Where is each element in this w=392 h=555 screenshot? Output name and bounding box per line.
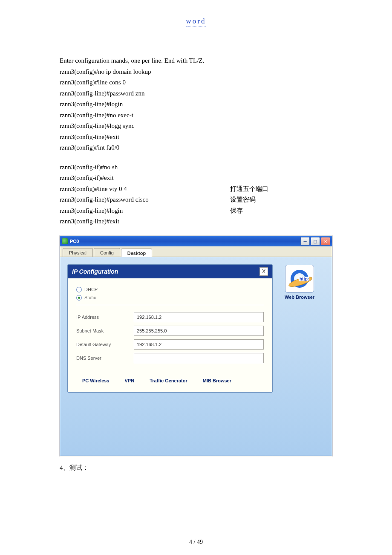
ie-icon: http: [290,269,309,289]
cli-line: rznn3(config-line)#login [60,99,332,110]
ip-address-label: IP Address [76,315,134,320]
dns-server-input[interactable] [134,353,264,363]
default-gateway-label: Default Gateway [76,342,134,347]
cli-line: rznn3(config)#line cons 0 [60,77,332,88]
cli-line: rznn3(config-if)#exit [60,173,332,184]
cli-line: rznn3(config-line)#exit [60,216,332,227]
static-radio-row[interactable]: Static [76,295,264,301]
cli-line: rznn3(config-line)#login [60,205,230,217]
static-label: Static [84,295,96,300]
cli-line: rznn3(config)#line vty 0 4 [60,184,230,195]
ip-configuration-panel: IP Configuration X DHCP Static [68,265,272,392]
subnet-mask-label: Subnet Mask [76,328,134,333]
vpn-button[interactable]: VPN [125,378,135,384]
minimize-button[interactable]: – [300,237,310,246]
dhcp-radio-row[interactable]: DHCP [76,287,264,292]
mib-browser-button[interactable]: MIB Browser [203,378,231,384]
ip-address-input[interactable] [134,312,264,322]
web-browser-icon[interactable]: http: [285,265,314,293]
section-4-heading: 4、测试： [60,464,332,472]
dhcp-radio[interactable] [76,287,82,292]
window-title: PC0 [70,239,300,244]
web-browser-label: Web Browser [285,295,314,300]
http-text: http: [299,277,309,281]
dhcp-label: DHCP [84,287,98,292]
cli-line: rznn3(config-line)#password znn [60,88,332,99]
tab-desktop[interactable]: Desktop [121,249,152,257]
page-header-link: word [60,17,332,26]
tab-physical[interactable]: Physical [63,248,93,257]
pc0-tabs: Physical Config Desktop [60,246,332,257]
pc-wireless-button[interactable]: PC Wireless [82,378,110,384]
cli-line: rznn3(config-line)#password cisco [60,194,230,205]
desktop-tools-row: PC Wireless VPN Traffic Generator MIB Br… [76,375,264,384]
cli-line: rznn3(config)#int fa0/0 [60,142,332,153]
cli-line: rznn3(config-if)#no sh [60,162,332,173]
cli-line: rznn3(config-line)#logg sync [60,121,332,132]
cli-line: rznn3(config-line)#no exec-t [60,110,332,121]
pc0-titlebar[interactable]: PC0 – □ ✕ [60,236,332,246]
separator [76,305,264,305]
web-browser-app[interactable]: http: Web Browser [278,265,321,300]
tab-config[interactable]: Config [94,248,120,257]
cli-line: rznn3(config-line)#exit [60,132,332,143]
cli-note: 打通五个端口 [230,184,268,195]
ipconf-close-button[interactable]: X [259,267,268,276]
cli-note: 设置密码 [230,194,256,205]
pc-icon [62,238,68,244]
pc0-desktop-body: IP Configuration X DHCP Static [60,257,332,456]
static-radio[interactable] [76,295,82,301]
close-icon: X [262,268,266,275]
header-link-text[interactable]: word [186,17,206,26]
subnet-mask-input[interactable] [134,326,264,336]
ipconf-title: IP Configuration [72,268,118,275]
traffic-generator-button[interactable]: Traffic Generator [150,378,187,384]
cli-note: 保存 [230,205,243,217]
pc0-window: PC0 – □ ✕ Physical Config Desktop IP Con… [60,236,332,456]
cli-line: rznn3(config)#no ip domain lookup [60,66,332,78]
cli-line: Enter configuration mands, one per line.… [60,55,332,66]
close-button[interactable]: ✕ [321,237,330,246]
page-number: 4 / 49 [0,539,392,546]
default-gateway-input[interactable] [134,339,264,350]
maximize-button[interactable]: □ [311,237,320,246]
dns-server-label: DNS Server [76,356,134,361]
